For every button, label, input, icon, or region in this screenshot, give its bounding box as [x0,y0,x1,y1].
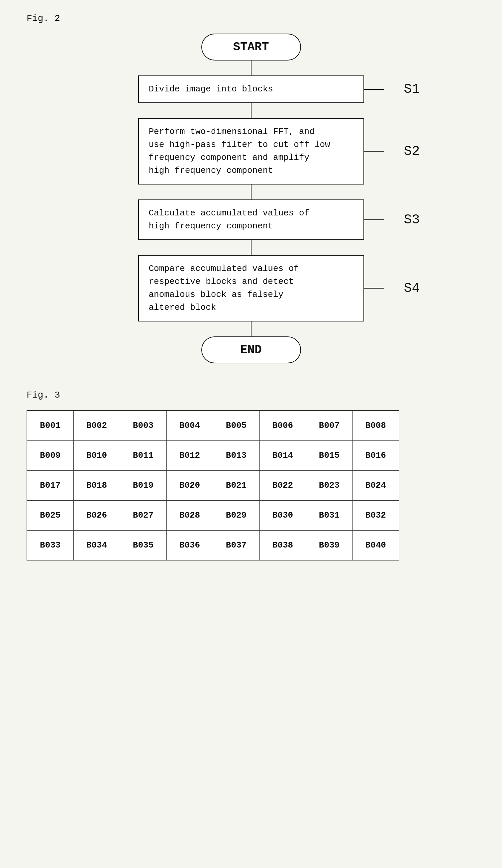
s3-line [364,219,384,220]
grid-cell-b025: B025 [27,500,73,530]
grid-cell-b010: B010 [73,441,120,471]
grid-cell-b040: B040 [353,530,399,560]
step-s2-box: Perform two-dimensional FFT, and use hig… [138,118,364,185]
grid-cell-b034: B034 [73,530,120,560]
grid-cell-b028: B028 [166,500,213,530]
fig3-section: Fig. 3 B001B002B003B004B005B006B007B008B… [27,390,475,560]
grid-cell-b016: B016 [353,441,399,471]
grid-cell-b027: B027 [120,500,166,530]
step-s1-box: Divide image into blocks [138,75,364,103]
grid-cell-b003: B003 [120,411,166,441]
grid-cell-b026: B026 [73,500,120,530]
grid-cell-b004: B004 [166,411,213,441]
grid-cell-b031: B031 [306,500,353,530]
grid-cell-b017: B017 [27,471,73,500]
grid-cell-b009: B009 [27,441,73,471]
grid-cell-b015: B015 [306,441,353,471]
grid-cell-b033: B033 [27,530,73,560]
grid-cell-b001: B001 [27,411,73,441]
end-shape: END [201,337,301,363]
s3-label: S3 [404,213,431,227]
connector-2 [251,103,251,118]
grid-cell-b039: B039 [306,530,353,560]
grid-cell-b020: B020 [166,471,213,500]
grid-cell-b030: B030 [260,500,306,530]
grid-row-1: B009B010B011B012B013B014B015B016 [27,441,399,471]
s4-line [364,288,384,289]
grid-cell-b007: B007 [306,411,353,441]
grid-cell-b019: B019 [120,471,166,500]
grid-cell-b035: B035 [120,530,166,560]
grid-row-4: B033B034B035B036B037B038B039B040 [27,530,399,560]
step-s1-row: Divide image into blocks S1 [27,75,475,103]
grid-cell-b024: B024 [353,471,399,500]
s1-line [364,89,384,90]
block-grid: B001B002B003B004B005B006B007B008B009B010… [27,410,399,560]
connector-5 [251,321,251,337]
flowchart: START Divide image into blocks S1 Perfor… [27,33,475,363]
grid-cell-b018: B018 [73,471,120,500]
grid-cell-b002: B002 [73,411,120,441]
grid-cell-b036: B036 [166,530,213,560]
grid-cell-b008: B008 [353,411,399,441]
step-s4-box: Compare accumulated values of respective… [138,255,364,321]
s2-label: S2 [404,144,431,159]
start-shape: START [201,33,301,61]
grid-cell-b013: B013 [213,441,260,471]
grid-row-2: B017B018B019B020B021B022B023B024 [27,471,399,500]
grid-cell-b023: B023 [306,471,353,500]
step-s2-row: Perform two-dimensional FFT, and use hig… [27,118,475,185]
step-s3-row: Calculate accumulated values of high fre… [27,199,475,240]
fig2-label: Fig. 2 [27,13,475,24]
grid-row-3: B025B026B027B028B029B030B031B032 [27,500,399,530]
grid-cell-b032: B032 [353,500,399,530]
s1-label: S1 [404,82,431,97]
s2-line [364,151,384,152]
fig3-label: Fig. 3 [27,390,475,400]
grid-cell-b006: B006 [260,411,306,441]
step-s3-box: Calculate accumulated values of high fre… [138,199,364,240]
grid-cell-b038: B038 [260,530,306,560]
connector-4 [251,240,251,255]
connector-3 [251,185,251,199]
grid-cell-b011: B011 [120,441,166,471]
grid-cell-b029: B029 [213,500,260,530]
grid-cell-b021: B021 [213,471,260,500]
grid-cell-b022: B022 [260,471,306,500]
end-terminal: END [201,337,301,363]
connector-1 [251,61,251,75]
grid-cell-b005: B005 [213,411,260,441]
step-s4-row: Compare accumulated values of respective… [27,255,475,321]
grid-cell-b012: B012 [166,441,213,471]
grid-cell-b014: B014 [260,441,306,471]
s4-label: S4 [404,281,431,296]
start-terminal: START [201,33,301,61]
grid-row-0: B001B002B003B004B005B006B007B008 [27,411,399,441]
grid-cell-b037: B037 [213,530,260,560]
